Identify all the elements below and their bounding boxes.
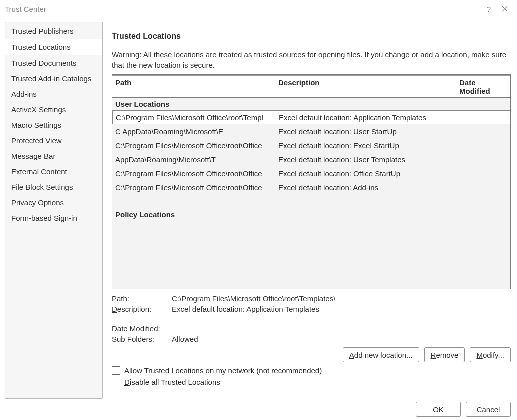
nav-trusted-addin-catalogs[interactable]: Trusted Add-in Catalogs: [6, 71, 102, 86]
cell-path: C:\Program Files\Microsoft Office\root\O…: [112, 142, 276, 150]
nav-form-based-sign-in[interactable]: Form-based Sign-in: [6, 210, 102, 226]
window-title: Trust Center: [5, 5, 46, 14]
modify-button[interactable]: Modify...: [470, 348, 511, 362]
nav-file-block-settings[interactable]: File Block Settings: [6, 180, 102, 195]
dialog-footer: OK Cancel: [0, 398, 517, 417]
cell-path: AppData\Roaming\Microsoft\T: [112, 156, 276, 164]
nav-activex-settings[interactable]: ActiveX Settings: [6, 102, 102, 118]
cell-description: Excel default location: Application Temp…: [276, 114, 456, 122]
cell-path: C:\Program Files\Microsoft Office\root\O…: [112, 170, 276, 178]
table-header: Path Description Date Modified: [112, 75, 510, 98]
detail-date-label: Date Modified:: [112, 324, 172, 333]
col-header-path[interactable]: Path: [112, 76, 276, 98]
cell-description: Excel default location: Add-ins: [276, 184, 456, 192]
warning-text: Warning: All these locations are treated…: [112, 50, 511, 70]
table-row[interactable]: C:\Program Files\Microsoft Office\root\O…: [112, 166, 510, 180]
detail-path-value: C:\Program Files\Microsoft Office\root\T…: [172, 294, 336, 303]
nav-protected-view[interactable]: Protected View: [6, 133, 102, 148]
cell-path: C:\Program Files\Microsoft Office\root\T…: [113, 114, 276, 122]
checkbox-icon: [112, 378, 120, 386]
disable-all-checkbox[interactable]: Disable all Trusted Locations: [112, 378, 511, 386]
col-header-description[interactable]: Description: [276, 76, 456, 98]
cell-path: C:\Program Files\Microsoft Office\root\O…: [112, 184, 276, 192]
remove-button[interactable]: Remove: [424, 348, 466, 362]
detail-description-value: Excel default location: Application Temp…: [172, 305, 320, 314]
selection-details: Path: C:\Program Files\Microsoft Office\…: [112, 294, 511, 344]
heading-separator: [112, 44, 511, 44]
locations-table: Path Description Date Modified User Loca…: [112, 74, 511, 290]
main-panel: Trusted Locations Warning: All these loc…: [112, 22, 512, 398]
help-button[interactable]: ?: [481, 1, 497, 17]
detail-description-label: Description:: [112, 305, 172, 314]
table-row[interactable]: C:\Program Files\Microsoft Office\root\O…: [112, 180, 510, 194]
checkbox-icon: [112, 366, 120, 375]
nav-message-bar[interactable]: Message Bar: [6, 148, 102, 164]
panel-heading: Trusted Locations: [112, 32, 511, 41]
nav-add-ins[interactable]: Add-ins: [6, 86, 102, 102]
detail-subfolders-label: Sub Folders:: [112, 335, 172, 344]
nav-trusted-locations[interactable]: Trusted Locations: [6, 39, 103, 56]
group-user-locations: User Locations: [112, 98, 510, 110]
allow-network-checkbox[interactable]: Allow Trusted Locations on my network (n…: [112, 366, 511, 375]
title-bar: Trust Center ?: [0, 0, 517, 18]
close-button[interactable]: [497, 1, 513, 17]
table-row[interactable]: C:\Program Files\Microsoft Office\root\T…: [112, 110, 510, 124]
nav-trusted-documents[interactable]: Trusted Documents: [6, 56, 102, 71]
add-new-location-button[interactable]: Add new location...: [343, 348, 420, 362]
table-row[interactable]: AppData\Roaming\Microsoft\T Excel defaul…: [112, 152, 510, 166]
allow-network-label: Allow Trusted Locations on my network (n…: [124, 366, 322, 375]
group-policy-locations: Policy Locations: [112, 208, 510, 221]
close-icon: [502, 6, 508, 12]
cell-description: Excel default location: User StartUp: [276, 128, 456, 136]
ok-button[interactable]: OK: [416, 402, 461, 417]
table-row[interactable]: C AppData\Roaming\Microsoft\E Excel defa…: [112, 124, 510, 138]
nav-external-content[interactable]: External Content: [6, 164, 102, 180]
cell-description: Excel default location: Office StartUp: [276, 170, 456, 178]
cell-description: Excel default location: User Templates: [276, 156, 456, 164]
col-header-date-modified[interactable]: Date Modified: [456, 76, 510, 98]
category-nav: Trusted Publishers Trusted Locations Tru…: [5, 22, 103, 399]
detail-path-label: Path:: [112, 294, 172, 303]
nav-macro-settings[interactable]: Macro Settings: [6, 118, 102, 133]
cell-path: C AppData\Roaming\Microsoft\E: [112, 128, 276, 136]
nav-privacy-options[interactable]: Privacy Options: [6, 195, 102, 210]
nav-trusted-publishers[interactable]: Trusted Publishers: [6, 24, 102, 39]
cell-description: Excel default location: Excel StartUp: [276, 142, 456, 150]
cancel-button[interactable]: Cancel: [466, 402, 511, 417]
table-row[interactable]: C:\Program Files\Microsoft Office\root\O…: [112, 138, 510, 152]
detail-subfolders-value: Allowed: [172, 335, 198, 344]
disable-all-label: Disable all Trusted Locations: [124, 378, 220, 386]
